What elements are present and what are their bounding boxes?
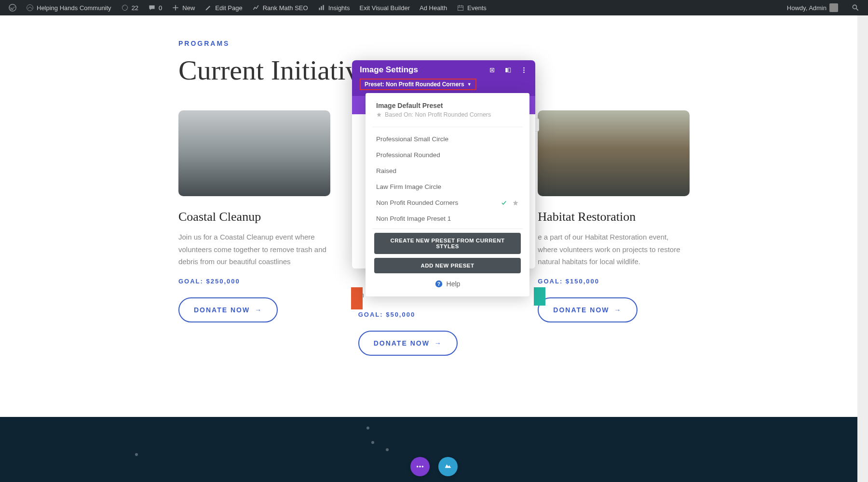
card-image[interactable] xyxy=(538,110,690,196)
insights-label: Insights xyxy=(328,4,350,12)
option-label: Professional Rounded xyxy=(376,151,440,159)
svg-point-8 xyxy=(419,466,421,468)
card-image[interactable] xyxy=(178,110,330,196)
expand-icon[interactable] xyxy=(488,67,496,74)
donate-button[interactable]: DONATE NOW→ xyxy=(178,297,278,322)
preset-option[interactable]: Professional Small Circle xyxy=(366,131,529,147)
comments-count: 0 xyxy=(159,4,162,12)
goal-label: GOAL: $150,000 xyxy=(538,278,690,285)
donate-button[interactable]: DONATE NOW→ xyxy=(358,331,458,356)
svg-rect-2 xyxy=(319,8,320,10)
arrow-icon: → xyxy=(614,306,622,314)
edit-label: Edit Page xyxy=(215,4,242,12)
goal-label: GOAL: $250,000 xyxy=(178,278,330,285)
scrollbar-track[interactable] xyxy=(857,15,868,482)
svg-point-6 xyxy=(853,5,856,9)
goal-label: GOAL: $50,000 xyxy=(358,311,510,318)
module-handle[interactable] xyxy=(534,287,545,306)
wp-logo[interactable] xyxy=(4,0,21,15)
based-on-label: Based On: Non Profit Rounded Corners xyxy=(385,111,491,118)
card-title: Habitat Restoration xyxy=(538,210,690,224)
caret-down-icon: ▼ xyxy=(467,82,472,87)
search[interactable] xyxy=(847,0,864,15)
snap-icon[interactable] xyxy=(504,67,512,74)
initiative-card: Coastal Cleanup Join us for a Coastal Cl… xyxy=(178,110,330,356)
svg-rect-3 xyxy=(321,6,322,10)
edit-page[interactable]: Edit Page xyxy=(200,0,247,15)
preset-label: Preset: Non Profit Rounded Corners xyxy=(365,81,464,88)
howdy-label: Howdy, Admin xyxy=(787,4,827,12)
site-name[interactable]: Helping Hands Community xyxy=(21,0,116,15)
ad-health[interactable]: Ad Health xyxy=(415,0,452,15)
donate-button[interactable]: DONATE NOW→ xyxy=(538,297,637,322)
user-menu[interactable]: Howdy, Admin xyxy=(782,0,843,15)
card-text: e a part of our Habitat Restoration even… xyxy=(538,231,690,268)
card-title: Coastal Cleanup xyxy=(178,210,330,224)
exit-vb-label: Exit Visual Builder xyxy=(359,4,410,12)
help-label: Help xyxy=(447,280,461,288)
updates[interactable]: 22 xyxy=(116,0,143,15)
new-label: New xyxy=(182,4,195,12)
svg-point-14 xyxy=(523,67,525,68)
insights[interactable]: Insights xyxy=(313,0,355,15)
new-content[interactable]: New xyxy=(167,0,200,15)
create-preset-button[interactable]: CREATE NEW PRESET FROM CURRENT STYLES xyxy=(374,233,521,254)
svg-point-9 xyxy=(422,466,424,468)
preset-dropdown: Image Default Preset Based On: Non Profi… xyxy=(366,93,529,296)
rankmath[interactable]: Rank Math SEO xyxy=(247,0,313,15)
donate-label: DONATE NOW xyxy=(374,339,430,347)
svg-rect-11 xyxy=(491,69,493,71)
based-on-row: Based On: Non Profit Rounded Corners xyxy=(376,111,519,118)
modal-title: Image Settings xyxy=(360,65,418,75)
comments[interactable]: 0 xyxy=(143,0,167,15)
builder-fab-row xyxy=(410,457,458,476)
donate-label: DONATE NOW xyxy=(194,306,250,314)
module-handle[interactable] xyxy=(351,287,363,309)
svg-point-1 xyxy=(27,5,33,11)
rankmath-label: Rank Math SEO xyxy=(263,4,308,12)
svg-rect-5 xyxy=(458,6,463,11)
image-settings-modal: Image Settings Preset: Non Profit Rounde… xyxy=(352,60,535,268)
option-label: Professional Small Circle xyxy=(376,135,448,143)
option-label: Non Profit Rounded Corners xyxy=(376,199,458,206)
svg-point-16 xyxy=(523,71,525,73)
preset-option-selected[interactable]: Non Profit Rounded Corners xyxy=(366,195,529,211)
divider xyxy=(372,127,523,127)
exit-visual-builder[interactable]: Exit Visual Builder xyxy=(354,0,415,15)
svg-rect-4 xyxy=(323,5,324,10)
svg-rect-12 xyxy=(505,68,508,72)
card-text: Join us for a Coastal Cleanup event wher… xyxy=(178,231,330,268)
preset-option[interactable]: Law Firm Image Circle xyxy=(366,179,529,195)
preset-option[interactable]: Professional Rounded xyxy=(366,147,529,163)
arrow-icon: → xyxy=(434,339,442,347)
avatar xyxy=(829,3,838,12)
preset-selector[interactable]: Preset: Non Profit Rounded Corners ▼ xyxy=(360,79,476,90)
more-icon[interactable] xyxy=(520,67,528,74)
svg-text:?: ? xyxy=(437,281,440,287)
option-label: Non Profit Image Preset 1 xyxy=(376,215,451,222)
arrow-icon: → xyxy=(255,306,262,314)
wp-admin-bar: Helping Hands Community 22 0 New Edit Pa… xyxy=(0,0,868,15)
builder-layers-fab[interactable] xyxy=(438,457,458,476)
preset-option[interactable]: Non Profit Image Preset 1 xyxy=(366,211,529,227)
adhealth-label: Ad Health xyxy=(420,4,447,12)
builder-menu-fab[interactable] xyxy=(410,457,430,476)
site-label: Helping Hands Community xyxy=(37,4,111,12)
updates-count: 22 xyxy=(132,4,138,12)
star-icon[interactable] xyxy=(512,200,519,206)
default-preset-title[interactable]: Image Default Preset xyxy=(376,102,519,109)
preset-option[interactable]: Raised xyxy=(366,163,529,179)
section-eyebrow: PROGRAMS xyxy=(178,40,690,47)
help-link[interactable]: ? Help xyxy=(366,273,529,290)
initiative-card: Habitat Restoration e a part of our Habi… xyxy=(538,110,690,356)
option-label: Law Firm Image Circle xyxy=(376,183,441,190)
svg-rect-13 xyxy=(508,68,511,72)
svg-point-15 xyxy=(523,69,525,71)
svg-point-7 xyxy=(417,466,419,468)
add-preset-button[interactable]: ADD NEW PRESET xyxy=(374,258,521,273)
star-icon xyxy=(376,112,382,118)
events-label: Events xyxy=(467,4,487,12)
donate-label: DONATE NOW xyxy=(553,306,609,314)
check-icon xyxy=(501,200,507,206)
events[interactable]: Events xyxy=(452,0,491,15)
